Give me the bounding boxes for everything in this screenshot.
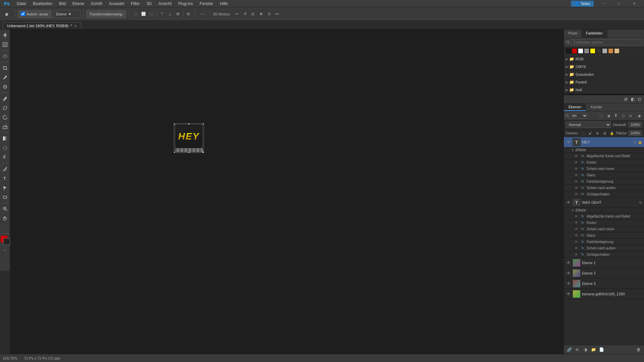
hey-artwork[interactable]: HEY [174,123,204,153]
swatch-lightgray[interactable] [602,48,607,54]
rotate-btn[interactable]: ↩ [233,10,240,18]
hey-effect-kontur-vis[interactable]: 👁 [574,160,579,165]
handle-tl[interactable] [174,123,175,125]
auto-select-check[interactable] [21,12,25,16]
layer-filter-toggle[interactable]: ◉ [636,112,643,119]
layer-wasgeht[interactable]: 👁 T WAS GEHT fx [564,197,644,208]
pan-btn[interactable]: ◎ [249,10,257,18]
hey-effect-glanz[interactable]: 👁 fx Glanz [564,172,644,178]
wasgeht-effect-farbueberlag[interactable]: 👁 fx Farbüberlagerung [564,239,644,245]
align-bottom-btn[interactable]: ⊞ [174,10,182,18]
shape-tool[interactable] [1,193,9,201]
layer-ebene3-vis[interactable]: 👁 [566,281,571,286]
lock-transparent-btn[interactable]: ⬚ [580,130,586,136]
slide-btn[interactable]: ⊕ [257,10,265,18]
layer-ebene2-vis[interactable]: 👁 [566,270,571,276]
maximize-button[interactable]: □ [611,0,627,7]
new-layer-btn[interactable]: 📄 [598,346,605,353]
layer-banana[interactable]: 👁 banana-gd83cfc2d9_1280 [564,289,644,299]
link-layers-btn[interactable]: 🔗 [566,346,573,353]
hey-effect-schein-innen-vis[interactable]: 👁 [574,166,579,171]
handle-bl[interactable] [174,152,175,153]
more-options-btn[interactable]: ··· [198,9,207,19]
handle-tr[interactable] [203,123,204,125]
layer-ebene3[interactable]: 👁 Ebene 3 [564,279,644,289]
render-btn[interactable]: ⊷ [273,10,281,18]
history-brush-tool[interactable] [1,113,9,122]
wasgeht-effects-header[interactable]: ▼ Effekte [564,208,644,213]
menu-ansicht[interactable]: Ansicht [155,1,175,7]
distribute-btn[interactable]: ⊟ [185,10,192,18]
layer-ebene1-vis[interactable]: 👁 [566,260,571,265]
hey-effect-kante-vis[interactable]: 👁 [574,154,579,158]
dodge-tool[interactable] [1,153,9,162]
eraser-tool[interactable] [1,122,9,131]
hey-effect-kontur[interactable]: 👁 fx Kontur [564,159,644,166]
swatch-tan[interactable] [614,48,620,54]
hey-effect-schein-aussen-vis[interactable]: 👁 [574,185,579,190]
menu-plugins[interactable]: Plug-ins [175,1,196,7]
auto-select-checkbox[interactable]: Autom. ausw. [18,10,52,18]
delete-layer-btn[interactable]: 🗑 [635,346,642,353]
eyedropper-tool[interactable] [1,73,9,82]
handle-bc[interactable] [188,152,190,153]
hey-effect-schein-innen[interactable]: 👁 fx Schein nach innen [564,166,644,172]
crop-tool[interactable] [1,64,9,72]
layer-icon-2[interactable]: ◧ [629,96,636,103]
layer-wasgeht-fx[interactable]: fx [639,201,642,204]
swatch-white[interactable] [578,48,583,54]
layer-wasgeht-vis[interactable]: 👁 [566,200,571,205]
blend-mode-dropdown[interactable]: Normal Multiplizieren Negativ multiplizi… [566,121,611,128]
wasgeht-effect-kontur[interactable]: 👁 fx Kontur [564,220,644,226]
lock-artboard-btn[interactable]: ⊞ [602,130,608,136]
hand-tool[interactable] [1,214,9,223]
wasgeht-effect-schein-aussen-vis[interactable]: 👁 [574,246,579,250]
menu-filter[interactable]: Filter [127,1,143,7]
tab-close-btn[interactable]: ✕ [74,24,77,28]
menu-auswahl[interactable]: Auswahl [106,1,127,7]
fill-input[interactable] [629,130,642,136]
swatch-black[interactable] [566,48,571,54]
menu-schrift[interactable]: Schrift [88,1,106,7]
color-group-rgb-header[interactable]: ▶ 📁 RGB [564,55,644,63]
wasgeht-effect-schein-innen[interactable]: 👁 fx Schein nach innen [564,226,644,232]
background-color[interactable] [3,238,10,245]
artboard-tool[interactable] [1,40,9,49]
layer-filter-shape[interactable]: ⬡ [620,112,627,119]
tab-farbfelder[interactable]: Farbfelder [582,29,607,38]
layer-filter-smart[interactable]: ⊙ [627,112,634,119]
lock-paint-btn[interactable]: 🖌 [587,130,593,136]
color-group-cmyk-header[interactable]: ▶ 📁 CMYK [564,63,644,70]
type-tool[interactable]: T [1,174,9,183]
layer-hey-vis[interactable]: 👁 [566,139,571,145]
menu-datei[interactable]: Datei [13,1,30,7]
blur-tool[interactable] [1,143,9,152]
gradient-tool[interactable] [1,134,9,143]
layer-hey-fx[interactable]: fx [634,140,637,144]
move-tool-btn[interactable]: ⊞ [3,9,12,19]
layer-ebene1[interactable]: 👁 Ebene 1 [564,258,644,268]
spot-heal-tool[interactable] [1,82,9,91]
lock-position-btn[interactable]: ⊕ [594,130,600,136]
hey-effect-farbueberlag[interactable]: 👁 fx Farbüberlagerung [564,178,644,185]
new-group-btn[interactable]: 📁 [590,346,597,353]
minimize-button[interactable]: ─ [596,0,611,7]
layer-banana-vis[interactable]: 👁 [566,291,571,297]
wasgeht-effect-farbueberlag-vis[interactable]: 👁 [574,239,579,244]
wasgeht-effect-kante-vis[interactable]: 👁 [574,214,579,219]
path-select-tool[interactable] [1,183,9,192]
layer-icon-3[interactable]: ⊡ [636,96,643,103]
layer-hey[interactable]: 👁 T HEY fx 🔒 [564,137,644,147]
swatch-red[interactable] [572,48,577,54]
switch-colors-btn[interactable]: ↔ [1,246,9,254]
menu-ebene[interactable]: Ebene [69,1,88,7]
hey-effect-schein-aussen[interactable]: 👁 fx Schein nach außen [564,185,644,191]
handle-tc[interactable] [188,123,190,125]
swatch-yellow[interactable] [590,48,595,54]
align-vcenter-btn[interactable]: ⊥ [166,10,174,18]
hey-effect-glanz-vis[interactable]: 👁 [574,173,579,177]
hey-effects-header[interactable]: ▼ Effekte [564,147,644,153]
color-group-hell-header[interactable]: ▶ 📁 Hell [564,86,644,94]
lock-all-btn[interactable]: 🔒 [609,130,615,136]
add-style-btn[interactable]: fx [574,346,581,353]
